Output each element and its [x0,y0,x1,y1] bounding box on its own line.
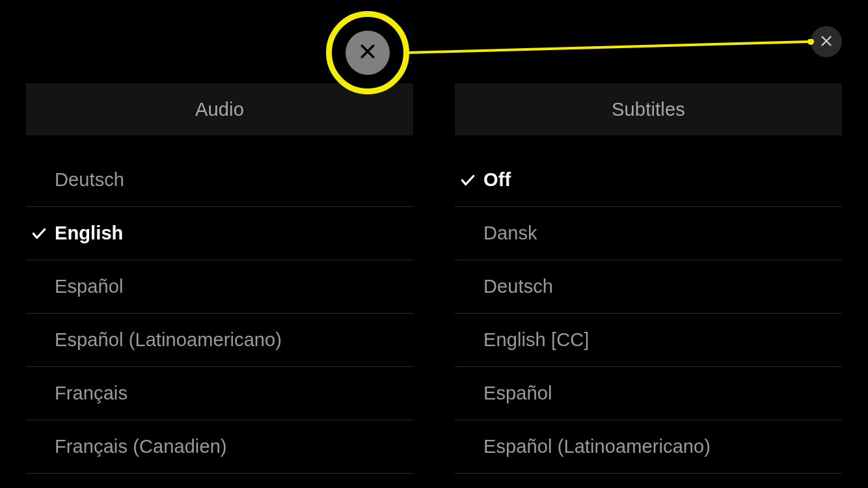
audio-option[interactable]: Español [26,260,413,314]
callout-close-preview [346,31,390,75]
svg-line-5 [362,46,373,57]
subtitles-column: Subtitles OffDanskDeutschEnglish [CC]Esp… [455,83,842,488]
subtitles-option[interactable]: Español (Latinoamericano) [455,420,842,474]
audio-option-label: Deutsch [55,169,124,191]
subtitles-option[interactable]: Deutsch [455,260,842,314]
subtitles-option-label: Deutsch [483,276,553,297]
audio-header-label: Audio [195,99,244,120]
audio-option-label: Français [55,383,128,404]
subtitles-option-label: Español (Latinoamericano) [483,436,711,457]
audio-option[interactable]: Español (Latinoamericano) [26,314,413,367]
audio-option[interactable]: Deutsch [26,154,413,207]
audio-option[interactable]: Français [26,367,413,420]
close-icon [819,34,834,50]
subtitles-header: Subtitles [455,83,842,135]
subtitles-header-label: Subtitles [612,99,685,120]
check-icon [29,224,49,243]
subtitles-option[interactable]: Off [455,154,842,207]
subtitles-options: OffDanskDeutschEnglish [CC]EspañolEspaño… [455,154,842,474]
audio-option-label: Español (Latinoamericano) [55,329,282,351]
check-icon [458,170,478,190]
audio-option-label: Français (Canadien) [55,436,227,457]
subtitles-option[interactable]: Dansk [455,207,842,260]
subtitles-option-label: Español [483,383,552,404]
subtitles-option-label: Dansk [483,223,537,244]
callout-line [405,39,815,59]
audio-option-label: English [55,223,123,244]
callout-highlight [326,11,409,94]
audio-header: Audio [26,83,413,135]
settings-columns: Audio DeutschEnglishEspañolEspañol (Lati… [26,83,842,488]
close-button[interactable] [811,26,842,57]
svg-line-2 [406,42,809,53]
close-icon [358,42,377,64]
subtitles-option[interactable]: Español [455,367,842,420]
audio-column: Audio DeutschEnglishEspañolEspañol (Lati… [26,83,413,488]
subtitles-option[interactable]: English [CC] [455,314,842,367]
audio-option[interactable]: English [26,207,413,260]
audio-option-label: Español [55,276,124,297]
subtitles-option-label: English [CC] [483,329,589,351]
audio-options: DeutschEnglishEspañolEspañol (Latinoamer… [26,154,413,474]
subtitles-option-label: Off [483,169,511,191]
svg-line-4 [362,46,373,57]
audio-option[interactable]: Français (Canadien) [26,420,413,474]
